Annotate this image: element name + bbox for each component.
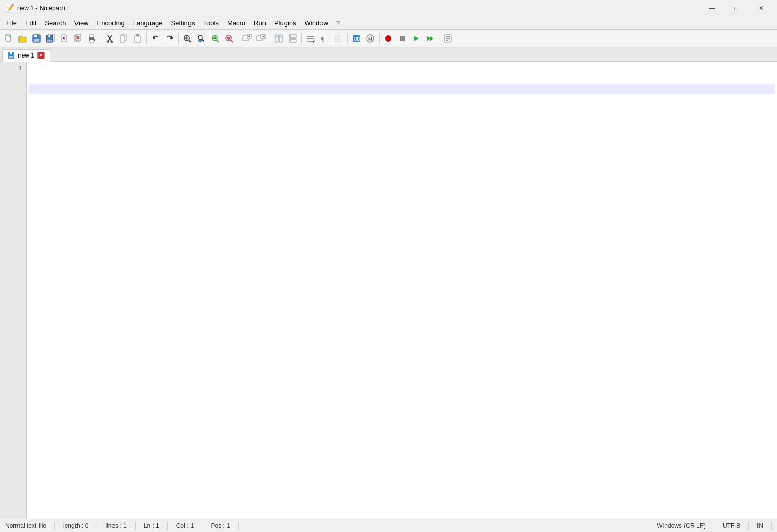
menu-item-language[interactable]: Language [129,17,167,28]
status-line-ending: Windows (CR LF) [649,522,714,529]
toolbar: ¶ UDL M [0,30,777,47]
snippets-button[interactable] [441,32,454,45]
menu-item-?[interactable]: ? [332,17,344,28]
menu-item-edit[interactable]: Edit [21,17,41,28]
word-wrap-button[interactable] [304,32,317,45]
line-number-1: 1 [0,64,22,74]
editor[interactable] [27,62,777,519]
svg-rect-25 [120,36,125,42]
status-encoding: UTF-8 [714,522,749,529]
status-bar: Normal text file length : 0 lines : 1 Ln… [0,519,777,532]
app-icon: 📝 [4,3,14,13]
menu-item-search[interactable]: Search [41,17,70,28]
run-macro-button[interactable] [423,32,437,45]
find-next-button[interactable] [222,32,236,45]
print-button[interactable] [85,32,99,45]
menu-item-file[interactable]: File [2,17,21,28]
tab-close-button[interactable]: ✕ [37,52,45,59]
indent-guide-button[interactable] [332,32,345,45]
status-pos: Pos : 1 [211,522,238,529]
close-all-button[interactable] [71,32,85,45]
title-bar: 📝 new 1 - Notepad++ — □ ✕ [0,0,777,16]
menu-item-run[interactable]: Run [250,17,270,28]
svg-rect-4 [34,39,39,42]
find-prev-button[interactable] [209,32,222,45]
svg-line-38 [217,40,219,42]
menu-item-view[interactable]: View [70,17,93,28]
toolbar-sep-9 [439,33,439,44]
svg-line-41 [231,40,233,42]
toolbar-sep-3 [178,33,179,44]
status-right: Windows (CR LF) UTF-8 IN [649,522,772,529]
stop-record-button[interactable] [395,32,409,45]
start-record-button[interactable] [382,32,395,45]
status-ln: Ln : 1 [144,522,168,529]
svg-rect-1 [6,34,11,36]
svg-rect-18 [90,40,94,42]
save-all-button[interactable] [44,32,57,45]
tab-bar: new 1 ✕ [0,47,777,62]
svg-rect-50 [275,35,278,42]
svg-rect-27 [136,34,139,36]
show-all-chars-button[interactable]: ¶ [318,32,331,45]
new-file-button[interactable] [2,32,15,45]
open-file-button[interactable] [16,32,29,45]
toolbar-sep-2 [146,33,147,44]
toolbar-sep-4 [238,33,238,44]
toolbar-sep-6 [301,33,302,44]
playback-button[interactable] [409,32,423,45]
svg-rect-81 [9,56,13,58]
tab-save-icon [8,52,15,59]
window-controls: — □ ✕ [700,0,773,16]
cut-button[interactable] [103,32,117,45]
close-button[interactable]: ✕ [749,0,773,16]
svg-text:UDL: UDL [354,36,361,42]
svg-marker-72 [414,36,419,41]
svg-rect-54 [289,35,296,38]
active-line [29,84,775,94]
find-button[interactable] [181,32,194,45]
paste-button[interactable] [131,32,144,45]
svg-text:M: M [368,36,372,42]
tab-label: new 1 [18,52,34,59]
svg-rect-19 [94,37,95,39]
macro-button[interactable]: M [364,32,377,45]
menu-item-tools[interactable]: Tools [199,17,223,28]
undo-button[interactable] [149,32,162,45]
title-bar-text: new 1 - Notepad++ [17,5,700,12]
zoom-in-button[interactable] [240,32,254,45]
menu-item-settings[interactable]: Settings [167,17,199,28]
line-numbers: 1 [0,62,27,519]
svg-rect-51 [279,35,282,42]
save-file-button[interactable] [30,32,43,45]
sync-h-button[interactable] [286,32,299,45]
svg-marker-74 [430,36,433,41]
toolbar-sep-7 [347,33,348,44]
status-col: Col : 1 [176,522,203,529]
maximize-button[interactable]: □ [725,0,748,16]
minimize-button[interactable]: — [700,0,724,16]
find-replace-button[interactable] [195,32,208,45]
editor-container: 1 [0,62,777,519]
close-file-button[interactable] [58,32,71,45]
svg-rect-17 [90,35,94,37]
copy-button[interactable] [117,32,130,45]
menu-item-macro[interactable]: Macro [223,17,250,28]
zoom-out-button[interactable] [254,32,268,45]
menu-item-encoding[interactable]: Encoding [93,17,129,28]
svg-marker-73 [427,36,430,41]
sync-v-button[interactable] [272,32,286,45]
tab-new1[interactable]: new 1 ✕ [2,49,50,62]
menu-item-window[interactable]: Window [300,17,332,28]
status-file-type: Normal text file [5,522,55,529]
svg-rect-71 [400,36,405,41]
svg-point-34 [198,35,202,40]
menu-bar: FileEditSearchViewEncodingLanguageSettin… [0,16,777,30]
svg-rect-3 [34,35,37,37]
status-length: length : 0 [63,522,97,529]
menu-item-plugins[interactable]: Plugins [270,17,300,28]
toolbar-sep-1 [101,33,101,44]
svg-line-31 [189,40,191,42]
redo-button[interactable] [163,32,176,45]
user-lang-button[interactable]: UDL [350,32,363,45]
